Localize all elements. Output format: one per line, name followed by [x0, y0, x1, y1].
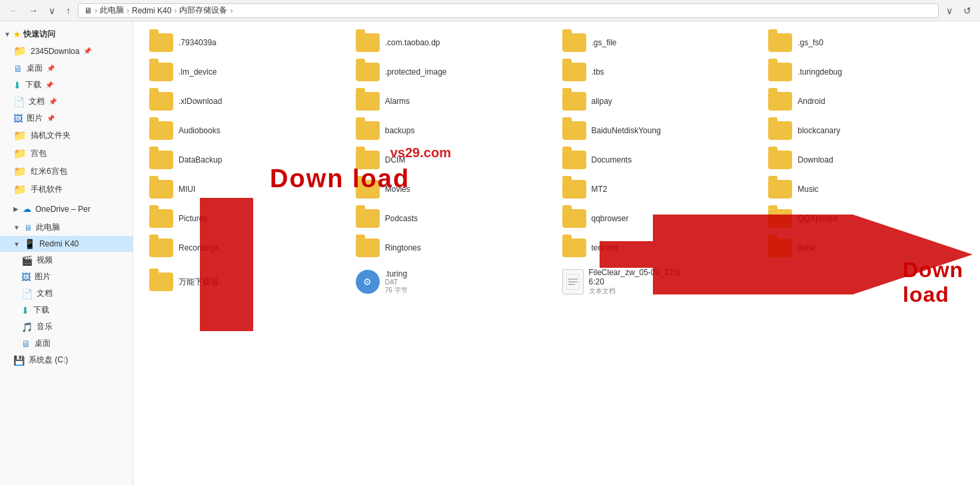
file-item[interactable]: Documents — [557, 147, 763, 173]
file-item[interactable]: BaiduNetdiskYoung — [557, 117, 763, 144]
sidebar-item-phone-sw[interactable]: 📁 手机软件 — [0, 181, 133, 199]
sidebar-item-label: 手机软件 — [31, 184, 63, 195]
file-item[interactable]: DCIM vs29.com — [350, 147, 557, 173]
sidebar-item-pc[interactable]: ▼ 🖥 此电脑 — [0, 219, 133, 236]
sidebar-item-desktop[interactable]: 🖥 桌面 📌 — [0, 60, 133, 77]
file-item[interactable]: .7934039a — [144, 29, 350, 56]
file-item[interactable]: .xlDownload — [144, 88, 350, 115]
folder-icon — [562, 63, 586, 81]
file-item[interactable]: .lm_device — [144, 59, 350, 85]
sidebar-item-label: 文档 — [37, 288, 53, 299]
sidebar-item-hongmi[interactable]: 📁 红米6宫包 — [0, 163, 133, 181]
sidebar-item-onedrive[interactable]: ▶ ☁ OneDrive – Per — [0, 201, 133, 217]
file-item[interactable]: tencent — [557, 235, 763, 261]
sidebar-item-gongbao[interactable]: 📁 宫包 — [0, 145, 133, 163]
file-item[interactable]: .protected_image — [350, 59, 557, 85]
file-item[interactable]: Android — [763, 88, 969, 115]
sidebar-item-redmi[interactable]: ▼ 📱 Redmi K40 — [0, 236, 133, 252]
sidebar-item-gj[interactable]: 📁 搞机文件夹 — [0, 127, 133, 145]
sidebar-item-2345[interactable]: 📁 2345Downloa 📌 — [0, 42, 133, 60]
file-item-recordings[interactable]: Recordings — [144, 235, 350, 261]
phone-icon: 📱 — [24, 239, 35, 249]
forward-button[interactable]: → — [25, 4, 41, 17]
sidebar-item-dl[interactable]: ⬇ 下载 — [0, 302, 133, 318]
file-sub: DAT — [385, 278, 408, 286]
sidebar-item-doc[interactable]: 📄 文档 📌 — [0, 93, 133, 110]
pc-section: ▼ 🖥 此电脑 ▼ 📱 Redmi K40 🎬 视频 🖼 图片 📄 文档 — [0, 219, 133, 368]
file-item[interactable]: backups — [350, 117, 557, 144]
file-name: Audiobooks — [179, 126, 221, 135]
sidebar-item-label: 视频 — [37, 254, 53, 266]
file-item[interactable]: blockcanary — [763, 117, 969, 144]
sidebar-item-img[interactable]: 🖼 图片 — [0, 268, 133, 285]
file-item[interactable]: QQXposed — [763, 205, 969, 232]
file-name: .com.taobao.dp — [385, 38, 440, 47]
file-item[interactable]: Audiobooks — [144, 117, 350, 144]
file-item[interactable]: Movies — [350, 176, 557, 203]
sidebar-item-label: 此电脑 — [36, 222, 60, 233]
folder-icon — [356, 180, 380, 199]
file-item[interactable]: tieba — [763, 235, 969, 261]
back-button[interactable]: ← — [5, 4, 21, 17]
sidebar-item-pictures[interactable]: 🖼 图片 📌 — [0, 110, 133, 127]
file-item[interactable]: .turingdebug — [763, 59, 969, 85]
sidebar-item-label: 系统盘 (C:) — [29, 354, 68, 366]
desktop-icon: 🖥 — [21, 338, 31, 349]
sidebar-item-download[interactable]: ⬇ 下载 📌 — [0, 77, 133, 93]
chevron-icon: ▼ — [13, 241, 20, 248]
sidebar-item-doc2[interactable]: 📄 文档 — [0, 285, 133, 302]
file-item[interactable]: .tbs — [557, 59, 763, 85]
file-item[interactable]: qqbrowser — [557, 205, 763, 232]
file-item-turing[interactable]: ⚙ .turing DAT 76 字节 — [350, 264, 557, 300]
file-name: Alarms — [385, 97, 410, 106]
file-item-ringtones[interactable]: Ringtones — [350, 235, 557, 261]
folder-icon — [356, 239, 380, 257]
sidebar-item-desktop2[interactable]: 🖥 桌面 — [0, 335, 133, 352]
file-name: .xlDownload — [179, 97, 222, 106]
music-icon: 🎵 — [21, 322, 33, 332]
file-item[interactable]: Pictures — [144, 205, 350, 232]
file-name: DCIM — [385, 155, 406, 165]
file-item[interactable]: alipay — [557, 88, 763, 115]
file-name: FileClear_zw_05-08_12:0 — [589, 268, 680, 277]
sidebar-item-music[interactable]: 🎵 音乐 — [0, 318, 133, 335]
address-bar[interactable]: 🖥 › 此电脑 › Redmi K40 › 内部存储设备 › — [78, 3, 939, 18]
sidebar-item-label: 桌面 — [35, 338, 51, 349]
file-name: tencent — [592, 243, 618, 252]
download-icon: ⬇ — [13, 80, 21, 91]
file-name: .7934039a — [179, 38, 217, 47]
img-icon: 🖼 — [13, 113, 23, 124]
file-name: 万能下载器 — [179, 276, 219, 288]
address-part-1: 此电脑 — [100, 5, 124, 16]
file-item[interactable]: MIUI — [144, 176, 350, 203]
quick-access-label: 快速访问 — [23, 29, 55, 40]
file-item[interactable]: MT2 — [557, 176, 763, 203]
refresh-button[interactable]: ↺ — [960, 4, 975, 17]
file-item[interactable]: Music — [763, 176, 969, 203]
folder-icon — [562, 180, 586, 199]
history-dropdown[interactable]: ∨ — [943, 4, 956, 17]
folder-icon — [356, 151, 380, 169]
folder-icon — [149, 63, 173, 81]
file-item[interactable]: .gs_fs0 — [763, 29, 969, 56]
up-button[interactable]: ↑ — [63, 4, 74, 17]
file-item[interactable]: Alarms — [350, 88, 557, 115]
sidebar-item-video[interactable]: 🎬 视频 — [0, 252, 133, 268]
sidebar-item-sysdrive[interactable]: 💾 系统盘 (C:) — [0, 352, 133, 368]
file-size: 76 字节 — [385, 286, 408, 295]
file-item[interactable]: Podcasts — [350, 205, 557, 232]
file-item[interactable]: 万能下载器 — [144, 264, 350, 300]
file-item[interactable]: .gs_file — [557, 29, 763, 56]
chevron-icon: ▼ — [4, 31, 11, 38]
file-item[interactable]: DataBackup — [144, 147, 350, 173]
file-item-download[interactable]: Download — [763, 147, 969, 173]
quick-access-header[interactable]: ▼ ★ 快速访问 — [0, 27, 133, 42]
folder-icon: 📁 — [13, 147, 27, 160]
file-item[interactable]: .com.taobao.dp — [350, 29, 557, 56]
file-name: .gs_file — [592, 38, 617, 47]
file-item-fileclear[interactable]: FileClear_zw_05-08_12:0 6:20 文本文档 — [557, 264, 763, 300]
folder-icon: 📁 — [13, 45, 27, 57]
recent-button[interactable]: ∨ — [45, 4, 59, 17]
folder-icon — [562, 92, 586, 111]
sidebar: ▼ ★ 快速访问 📁 2345Downloa 📌 🖥 桌面 📌 ⬇ 下载 📌 📄 — [0, 21, 133, 485]
